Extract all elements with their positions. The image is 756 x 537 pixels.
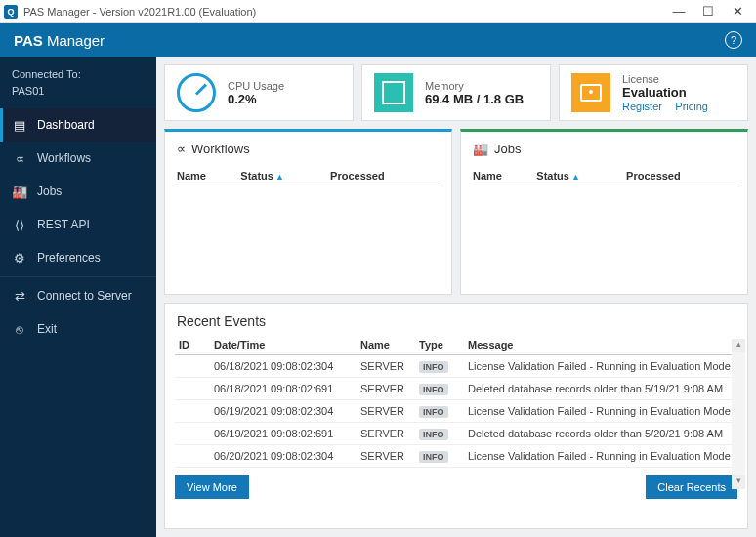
cpu-label: CPU Usage (228, 80, 284, 92)
exit-icon: ⎋ (12, 321, 27, 337)
brand: PAS Manager (14, 32, 105, 49)
titlebar: Q PAS Manager - Version v2021R1.00 (Eval… (0, 0, 756, 23)
sidebar-item-exit[interactable]: ⎋ Exit (0, 312, 156, 346)
event-datetime: 06/18/2021 09:08:02:691 (214, 383, 360, 394)
share-icon: ∝ (177, 142, 186, 156)
app-icon: Q (4, 5, 18, 19)
close-button[interactable]: ✕ (723, 4, 752, 19)
cpu-gauge-icon (175, 71, 218, 114)
license-value: Evaluation (622, 85, 718, 100)
sidebar-item-restapi[interactable]: ⟨⟩ REST API (0, 208, 156, 241)
connected-info: Connected To: PAS01 (0, 57, 156, 108)
brand-light: Manager (47, 32, 105, 49)
sidebar-item-label: REST API (37, 218, 90, 231)
license-card: License Evaluation Register Pricing (559, 64, 748, 121)
dashboard-icon: ▤ (12, 117, 27, 133)
license-icon (569, 71, 612, 114)
event-datetime: 06/19/2021 09:08:02:304 (214, 405, 360, 417)
sort-asc-icon: ▲ (275, 172, 284, 182)
jb-col-name[interactable]: Name (473, 166, 536, 186)
event-message: Deleted database records older than 5/20… (468, 428, 737, 439)
factory-icon: 🏭 (473, 142, 488, 156)
sidebar: Connected To: PAS01 ▤ Dashboard ∝ Workfl… (0, 57, 156, 537)
sidebar-item-dashboard[interactable]: ▤ Dashboard (0, 108, 156, 142)
events-header-row: ID Date/Time Name Type Message (175, 335, 737, 355)
sidebar-item-jobs[interactable]: 🏭 Jobs (0, 175, 156, 208)
wf-col-status[interactable]: Status▲ (240, 166, 330, 186)
sidebar-item-label: Jobs (37, 185, 62, 198)
event-name: SERVER (360, 405, 419, 417)
scroll-down-icon[interactable]: ▾ (732, 475, 745, 489)
jobs-icon: 🏭 (12, 184, 27, 199)
events-scrollbar[interactable]: ▴ ▾ (732, 339, 745, 489)
event-type: INFO (419, 405, 468, 417)
sidebar-item-label: Workflows (37, 151, 91, 165)
events-col-id[interactable]: ID (175, 339, 214, 351)
cpu-card: CPU Usage 0.2% (164, 64, 354, 121)
connect-icon: ⇄ (12, 288, 27, 304)
jb-col-processed[interactable]: Processed (626, 166, 735, 186)
event-datetime: 06/20/2021 09:08:02:304 (214, 450, 360, 462)
events-col-type[interactable]: Type (419, 339, 468, 351)
event-message: License Validation Failed - Running in E… (468, 360, 737, 372)
jb-col-status[interactable]: Status▲ (536, 166, 626, 186)
wf-col-processed[interactable]: Processed (330, 166, 440, 186)
memory-chip-icon (372, 71, 415, 114)
table-row[interactable]: 06/18/2021 09:08:02:304SERVERINFOLicense… (175, 355, 737, 378)
table-row[interactable]: 06/20/2021 09:08:02:304SERVERINFOLicense… (175, 445, 737, 468)
events-col-name[interactable]: Name (360, 339, 419, 351)
event-message: Deleted database records older than 5/19… (468, 383, 737, 394)
events-col-datetime[interactable]: Date/Time (214, 339, 360, 351)
event-name: SERVER (360, 450, 419, 462)
table-row[interactable]: 06/19/2021 09:08:02:691SERVERINFODeleted… (175, 423, 737, 445)
sidebar-item-label: Dashboard (37, 118, 95, 132)
event-type: INFO (419, 428, 468, 439)
connected-server: PAS01 (12, 85, 44, 97)
register-link[interactable]: Register (622, 101, 662, 112)
main-content: CPU Usage 0.2% Memory 69.4 MB / 1.8 GB L… (156, 57, 756, 537)
event-name: SERVER (360, 428, 419, 439)
view-more-button[interactable]: View More (175, 475, 249, 499)
wf-col-name[interactable]: Name (177, 166, 240, 186)
memory-value: 69.4 MB / 1.8 GB (425, 92, 524, 106)
table-row[interactable]: 06/19/2021 09:08:02:304SERVERINFOLicense… (175, 400, 737, 423)
events-title: Recent Events (175, 311, 737, 335)
jobs-title: Jobs (494, 142, 521, 156)
event-type: INFO (419, 360, 468, 372)
minimize-button[interactable]: — (664, 4, 693, 19)
table-row[interactable]: 06/18/2021 09:08:02:691SERVERINFODeleted… (175, 378, 737, 400)
workflows-title: Workflows (191, 142, 250, 156)
brand-bold: PAS (14, 32, 43, 49)
window-title: PAS Manager - Version v2021R1.00 (Evalua… (23, 6, 664, 18)
sidebar-item-preferences[interactable]: ⚙ Preferences (0, 241, 156, 274)
sidebar-item-label: Preferences (37, 251, 101, 265)
maximize-button[interactable]: ☐ (693, 4, 723, 19)
sort-asc-icon: ▲ (571, 172, 580, 182)
pricing-link[interactable]: Pricing (675, 101, 708, 112)
jobs-panel: 🏭 Jobs Name Status▲ Processed (460, 129, 748, 295)
event-name: SERVER (360, 360, 419, 372)
event-type: INFO (419, 383, 468, 394)
connected-label: Connected To: (12, 66, 145, 83)
cpu-value: 0.2% (228, 92, 284, 106)
api-icon: ⟨⟩ (12, 217, 27, 232)
sidebar-item-workflows[interactable]: ∝ Workflows (0, 142, 156, 175)
event-message: License Validation Failed - Running in E… (468, 405, 737, 417)
event-datetime: 06/19/2021 09:08:02:691 (214, 428, 360, 439)
event-message: License Validation Failed - Running in E… (468, 450, 737, 462)
event-name: SERVER (360, 383, 419, 394)
memory-card: Memory 69.4 MB / 1.8 GB (361, 64, 551, 121)
sidebar-item-label: Exit (37, 322, 57, 336)
app-header: PAS Manager ? (0, 23, 756, 57)
clear-recents-button[interactable]: Clear Recents (646, 475, 737, 499)
scroll-up-icon[interactable]: ▴ (732, 339, 745, 352)
events-col-message[interactable]: Message (468, 339, 737, 351)
event-datetime: 06/18/2021 09:08:02:304 (214, 360, 360, 372)
memory-label: Memory (425, 80, 524, 92)
help-icon[interactable]: ? (725, 31, 742, 49)
event-type: INFO (419, 450, 468, 462)
license-label: License (622, 73, 718, 85)
sidebar-item-connect[interactable]: ⇄ Connect to Server (0, 279, 156, 312)
recent-events-panel: Recent Events ID Date/Time Name Type Mes… (164, 303, 748, 529)
sidebar-item-label: Connect to Server (37, 289, 132, 303)
